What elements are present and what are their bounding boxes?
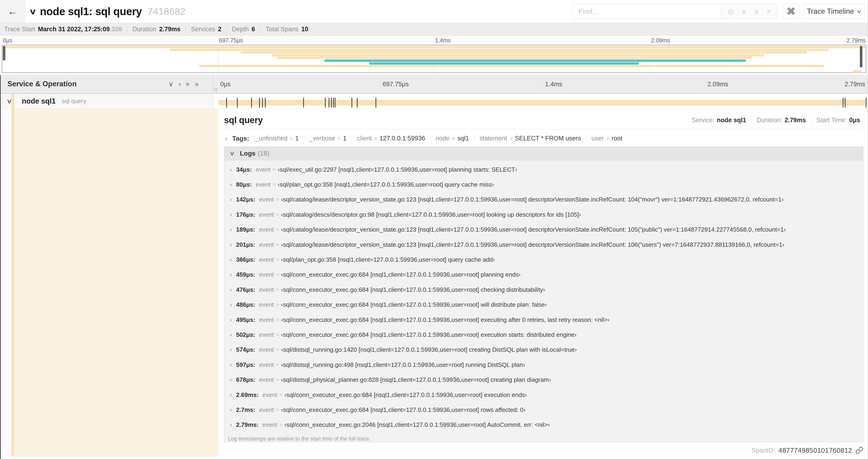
log-equals: = [276,227,279,233]
find-prev-icon[interactable]: ∧ [741,8,746,15]
log-entry[interactable]: ›495μs:event=‹sql/conn_executor_exec.go:… [224,312,863,327]
span-row[interactable]: ∨ node sql1 sql query [0,94,868,109]
span-duration-bar[interactable] [219,100,866,105]
log-expand-chevron-icon[interactable]: › [230,166,232,173]
log-expand-chevron-icon[interactable]: › [230,316,232,324]
log-marker-tick [333,98,334,107]
span-service-name: node sql1 [22,97,56,105]
log-expand-chevron-icon[interactable]: › [230,376,232,384]
collapse-all-icon[interactable]: » [184,82,191,86]
tag[interactable]: node=sql1 [436,135,469,142]
tag[interactable]: _unfinished=1 [255,135,299,142]
tag[interactable]: user=root [591,135,623,142]
tag-value: sql1 [457,135,469,142]
trace-id: 7418682 [148,6,186,17]
log-entry[interactable]: ›486μs:event=‹sql/conn_executor_exec.go:… [224,297,863,312]
log-expand-chevron-icon[interactable]: › [230,391,232,399]
viewport-right-handle[interactable] [860,46,862,67]
logs-count: (18) [258,150,270,157]
log-value: ‹sql/distsql_running.go:1420 [nsql1,clie… [281,346,577,353]
log-expand-chevron-icon[interactable]: › [230,346,232,353]
timeline-tick-label: 2.09ms [708,75,728,94]
tag[interactable]: _verbose=1 [309,135,347,142]
find-input[interactable] [572,4,721,19]
log-entry[interactable]: ›142μs:event=‹sql/catalog/lease/descript… [224,192,863,207]
log-expand-chevron-icon[interactable]: › [230,361,232,368]
log-expand-chevron-icon[interactable]: › [230,271,232,278]
log-expand-chevron-icon[interactable]: › [230,196,232,203]
log-entry[interactable]: ›459μs:event=‹sql/conn_executor_exec.go:… [224,267,863,282]
log-entry[interactable]: ›502μs:event=‹sql/conn_executor_exec.go:… [224,327,863,342]
collapse-one-icon[interactable]: ∨ [168,81,174,88]
log-expand-chevron-icon[interactable]: › [230,211,232,218]
tag[interactable]: statement=SELECT * FROM users [479,135,581,142]
log-marker-tick [376,98,376,107]
log-entry[interactable]: ›189μs:event=‹sql/catalog/lease/descript… [224,222,863,237]
detail-meta-value: node sql1 [717,117,746,124]
log-entry[interactable]: ›176μs:event=‹sql/catalog/descs/descript… [224,207,863,222]
log-expand-chevron-icon[interactable]: › [230,406,232,414]
find-clear-icon[interactable]: × [767,8,771,15]
tag-key: _verbose [309,135,335,142]
view-selector-button[interactable]: Trace Timeline ∨ [803,4,865,19]
column-resizer-handle[interactable] [214,88,217,91]
detail-meta-value: 0μs [849,117,860,124]
log-entry[interactable]: ›80μs:event=‹sql/plan_opt.go:358 [nsql1,… [224,177,863,192]
log-entry[interactable]: ›2.69ms:event=‹sql/conn_executor_exec.go… [224,387,863,402]
log-value: ‹sql/conn_executor_exec.go:684 [nsql1,cl… [284,391,527,399]
log-expand-chevron-icon[interactable]: › [230,331,232,338]
log-equals: = [276,211,279,218]
log-expand-chevron-icon[interactable]: › [230,181,232,188]
log-entry[interactable]: ›366μs:event=‹sql/plan_opt.go:358 [nsql1… [224,252,863,267]
log-expand-chevron-icon[interactable]: › [230,256,232,263]
span-name-column[interactable]: ∨ node sql1 sql query [0,94,213,108]
tags-row[interactable]: › Tags: _unfinished=1_verbose=1client=12… [224,132,863,144]
log-time: 142μs: [236,196,255,203]
span-color-stripe [11,94,14,457]
back-arrow-icon: ← [8,6,18,17]
log-expand-chevron-icon[interactable]: › [230,226,232,233]
minimap-canvas[interactable] [2,45,866,73]
log-time: 486μs: [236,301,255,308]
log-value: ‹sql/conn_executor_exec.go:684 [nsql1,cl… [281,301,547,308]
log-entry[interactable]: ›678μs:event=‹sql/distsql_physical_plann… [224,372,863,387]
log-entry[interactable]: ›476μs:event=‹sql/conn_executor_exec.go:… [224,282,863,297]
log-entry[interactable]: ›2.7ms:event=‹sql/conn_executor_exec.go:… [224,402,863,417]
log-time: 502μs: [236,331,255,338]
find-next-icon[interactable]: ∨ [754,8,759,15]
log-expand-chevron-icon[interactable]: › [230,421,232,428]
viewport-left-handle[interactable] [3,46,5,60]
log-value: ‹sql/plan_opt.go:358 [nsql1,client=127.0… [278,181,494,188]
meta-label: Total Spans [266,26,299,33]
log-expand-chevron-icon[interactable]: › [230,241,232,249]
log-time: 495μs: [236,316,255,324]
trace-collapse-chevron-icon[interactable]: ∨ [29,7,37,16]
minimap-span-bar [272,54,764,57]
log-entry[interactable]: ›597μs:event=‹sql/distsql_running.go:498… [224,357,863,372]
log-marker-tick [843,98,843,107]
tag-value: 127.0.0.1:59936 [380,135,425,142]
tag[interactable]: client=127.0.0.1:59936 [357,135,425,142]
log-entry[interactable]: ›2.79ms:event=‹sql/conn_executor_exec.go… [224,418,863,432]
locate-icon[interactable]: ◎ [728,8,734,15]
back-button[interactable]: ← [0,0,25,23]
expand-one-icon[interactable]: › [179,81,181,88]
log-field: event [259,271,274,278]
log-entry[interactable]: ›574μs:event=‹sql/distsql_running.go:142… [224,342,863,357]
log-entry[interactable]: ›34μs:event=‹sql/exec_util.go:2297 [nsql… [224,162,863,177]
link-icon[interactable] [856,447,863,454]
tag-separator [474,135,474,142]
tag-equals: = [290,135,293,141]
span-id-row: SpanID: 4877749850101760812 [751,447,863,454]
log-expand-chevron-icon[interactable]: › [230,286,232,293]
logs-collapse-chevron-icon[interactable]: ∨ [229,150,235,157]
log-equals: = [279,392,282,398]
view-selector-label: Trace Timeline [807,7,854,15]
tags-expand-chevron-icon[interactable]: › [225,135,227,142]
log-expand-chevron-icon[interactable]: › [230,301,232,308]
log-entry[interactable]: ›201μs:event=‹sql/catalog/lease/descript… [224,237,863,252]
expand-all-icon[interactable]: » [195,81,198,88]
keyboard-shortcuts-button[interactable]: ⌘ [783,4,799,19]
tag-equals: = [452,135,455,141]
logs-header[interactable]: ∨ Logs (18) [224,147,863,160]
